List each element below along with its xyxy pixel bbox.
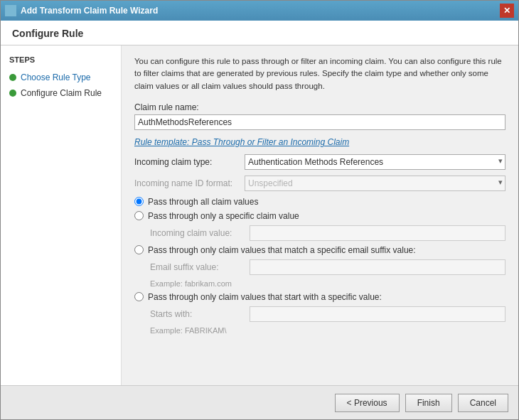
radio-starts-input[interactable] bbox=[134, 292, 144, 301]
cancel-button[interactable]: Cancel bbox=[458, 394, 508, 412]
incoming-claim-type-label: Incoming claim type: bbox=[134, 157, 245, 167]
window-title: Add Transform Claim Rule Wizard bbox=[21, 6, 158, 16]
title-bar: Add Transform Claim Rule Wizard ✕ bbox=[1, 1, 518, 21]
description-text: You can configure this rule to pass thro… bbox=[134, 55, 505, 92]
email-suffix-subfield: Email suffix value: bbox=[150, 259, 505, 275]
starts-with-input[interactable] bbox=[250, 306, 505, 322]
incoming-claim-value-input[interactable] bbox=[250, 225, 505, 241]
rule-template-text: Rule template: Pass Through or Filter an… bbox=[134, 137, 505, 147]
window-icon bbox=[5, 5, 16, 16]
incoming-claim-type-field: Incoming claim type: Authentication Meth… bbox=[134, 154, 505, 170]
radio-starts-with: Pass through only claim values that star… bbox=[134, 292, 505, 302]
radio-email-suffix: Pass through only claim values that matc… bbox=[134, 245, 505, 255]
sidebar-item-configure-claim-rule[interactable]: Configure Claim Rule bbox=[1, 85, 121, 101]
window-body: Configure Rule Steps Choose Rule Type Co… bbox=[1, 21, 518, 419]
radio-all-values: Pass through all claim values bbox=[134, 197, 505, 207]
steps-label: Steps bbox=[1, 53, 121, 70]
incoming-name-id-dropdown-wrapper: Unspecified bbox=[245, 176, 505, 191]
radio-all-label: Pass through all claim values bbox=[148, 197, 258, 207]
main-panel: You can configure this rule to pass thro… bbox=[122, 45, 518, 385]
footer: < Previous Finish Cancel bbox=[1, 385, 518, 419]
main-window: Add Transform Claim Rule Wizard ✕ Config… bbox=[0, 0, 519, 420]
step1-indicator bbox=[9, 74, 16, 81]
sidebar-item-label-configure-claim-rule: Configure Claim Rule bbox=[21, 88, 102, 98]
incoming-name-id-dropdown[interactable]: Unspecified bbox=[245, 176, 505, 191]
step2-indicator bbox=[9, 90, 16, 97]
claim-rule-name-input[interactable] bbox=[134, 114, 505, 130]
claim-rule-name-label: Claim rule name: bbox=[134, 102, 505, 112]
incoming-claim-value-subfield: Incoming claim value: bbox=[150, 225, 505, 241]
email-suffix-input[interactable] bbox=[250, 259, 505, 275]
sidebar-item-choose-rule-type[interactable]: Choose Rule Type bbox=[1, 70, 121, 85]
sidebar-item-label-choose-rule-type: Choose Rule Type bbox=[21, 72, 91, 82]
radio-specific-value: Pass through only a specific claim value bbox=[134, 211, 505, 221]
incoming-claim-type-dropdown[interactable]: Authentication Methods References bbox=[245, 154, 505, 170]
radio-all-input[interactable] bbox=[134, 197, 144, 206]
email-suffix-label: Email suffix value: bbox=[150, 262, 250, 272]
starts-with-label: Starts with: bbox=[150, 309, 250, 319]
close-button[interactable]: ✕ bbox=[500, 4, 514, 18]
starts-with-subfield: Starts with: bbox=[150, 306, 505, 322]
radio-email-label: Pass through only claim values that matc… bbox=[148, 245, 416, 255]
radio-specific-input[interactable] bbox=[134, 211, 144, 220]
incoming-name-id-field: Incoming name ID format: Unspecified bbox=[134, 176, 505, 191]
sidebar: Steps Choose Rule Type Configure Claim R… bbox=[1, 45, 122, 385]
starts-with-example-text: Example: FABRIKAM\ bbox=[150, 326, 505, 335]
incoming-claim-value-label: Incoming claim value: bbox=[150, 228, 250, 238]
previous-button[interactable]: < Previous bbox=[335, 394, 400, 412]
email-example-text: Example: fabrikam.com bbox=[150, 279, 505, 288]
incoming-name-id-label: Incoming name ID format: bbox=[134, 178, 245, 188]
claim-rule-name-group: Claim rule name: bbox=[134, 102, 505, 130]
content-area: Steps Choose Rule Type Configure Claim R… bbox=[1, 45, 518, 385]
radio-starts-label: Pass through only claim values that star… bbox=[148, 292, 382, 302]
incoming-claim-type-dropdown-wrapper: Authentication Methods References bbox=[245, 154, 505, 170]
finish-button[interactable]: Finish bbox=[405, 394, 452, 412]
page-title: Configure Rule bbox=[1, 21, 518, 45]
radio-email-input[interactable] bbox=[134, 245, 144, 254]
radio-specific-label: Pass through only a specific claim value bbox=[148, 211, 299, 221]
